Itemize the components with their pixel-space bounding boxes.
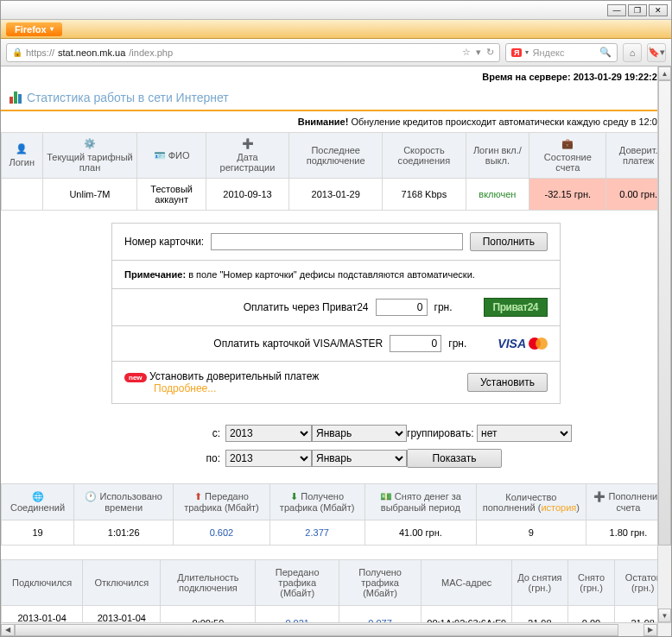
cell-reg-date: 2010-09-13 — [206, 179, 288, 211]
star-icon[interactable]: ☆ — [462, 47, 471, 58]
bookmarks-button[interactable]: 🔖▾ — [647, 43, 666, 62]
privat-amount-input[interactable] — [376, 299, 428, 316]
trust-payment-label: Установить доверительный платеж — [149, 370, 319, 382]
new-badge: new — [124, 373, 147, 382]
arrow-up-icon: ⬆ — [194, 491, 202, 501]
arrow-down-icon: ⬇ — [290, 491, 298, 501]
maximize-button[interactable]: ❐ — [628, 4, 647, 16]
card-note: Примечание: в поле "Номер карточки" дефи… — [112, 261, 560, 289]
scroll-thumb[interactable] — [15, 624, 618, 636]
reload-icon[interactable]: ↻ — [486, 47, 494, 58]
currency-label: грн. — [434, 301, 453, 313]
home-button[interactable]: ⌂ — [623, 43, 642, 62]
cell-fio: Тестовый аккаунт — [137, 179, 206, 211]
topup-button[interactable]: Пополнить — [470, 232, 548, 251]
globe-icon: 🌐 — [32, 491, 44, 501]
scroll-corner — [657, 622, 671, 636]
scroll-down-arrow[interactable]: ▼ — [658, 609, 671, 622]
page-title: Статистика работы в сети Интернет — [1, 87, 671, 111]
from-month-select[interactable]: Январь — [312, 425, 407, 442]
server-time-label: Время на сервере: — [482, 72, 570, 82]
privat-label: Оплатить через Приват24 — [244, 301, 369, 313]
from-label: с: — [1, 427, 225, 439]
vertical-scrollbar[interactable]: ▲ ▼ — [657, 66, 671, 622]
visa-amount-input[interactable] — [390, 335, 441, 352]
scroll-thumb[interactable] — [658, 80, 671, 546]
dropdown-icon[interactable]: ▾ — [476, 47, 481, 58]
horizontal-scrollbar[interactable]: ◀ ▶ — [1, 622, 657, 636]
clock-icon: 🕐 — [85, 491, 97, 501]
trust-more-link[interactable]: Подробнее... — [154, 382, 216, 394]
card-icon: 🪪 — [154, 150, 166, 161]
account-table: 👤Логин ⚙️Текущий тарифный план 🪪ФИО ➕Дат… — [1, 132, 671, 211]
url-scheme: https:// — [26, 47, 54, 58]
close-button[interactable]: ✕ — [649, 4, 668, 16]
firefox-menu-button[interactable]: Firefox — [6, 22, 62, 36]
period-filter: с: 2013 Январь группировать: нет по: 201… — [1, 416, 671, 483]
group-label: группировать: — [407, 427, 474, 439]
summary-row: 19 1:01:26 0.602 2.377 41.00 грн. 9 1.80… — [2, 520, 671, 546]
to-label: по: — [1, 452, 225, 464]
from-year-select[interactable]: 2013 — [225, 425, 312, 442]
mastercard-icon — [529, 337, 548, 350]
lock-icon: 🔒 — [12, 47, 22, 57]
currency-label: грн. — [448, 337, 466, 350]
plus-icon: ➕ — [242, 138, 254, 149]
search-placeholder: Яндекс — [532, 47, 564, 58]
visa-mastercard-button[interactable]: VISA — [498, 337, 548, 350]
gear-icon: ⚙️ — [84, 138, 96, 149]
money-icon: 💵 — [380, 491, 392, 501]
to-year-select[interactable]: 2013 — [225, 450, 312, 467]
yandex-icon: Я — [511, 48, 522, 57]
server-time-value: 2013-01-29 19:22:24 — [574, 72, 662, 82]
privat24-button[interactable]: Приват24 — [484, 298, 548, 317]
to-month-select[interactable]: Январь — [312, 450, 407, 467]
cell-login-state: включен — [466, 179, 529, 211]
payment-panel: Номер карточки: Пополнить Примечание: в … — [111, 223, 561, 404]
minimize-button[interactable]: — — [607, 4, 626, 16]
user-icon: 👤 — [16, 143, 28, 155]
card-number-input[interactable] — [211, 233, 463, 250]
cell-speed: 7168 Kbps — [383, 179, 466, 211]
card-number-label: Номер карточки: — [124, 236, 204, 248]
history-link[interactable]: история — [541, 502, 576, 513]
cell-login — [2, 179, 43, 211]
url-host: stat.neon.mk.ua — [58, 47, 125, 58]
account-row: Unlim-7M Тестовый аккаунт 2010-09-13 201… — [2, 179, 671, 211]
stats-icon — [10, 91, 22, 104]
summary-table: 🌐 Соединений 🕐 Использовано времени ⬆ Пе… — [1, 483, 671, 546]
url-path: /index.php — [129, 47, 173, 58]
scroll-right-arrow[interactable]: ▶ — [643, 624, 657, 636]
cell-balance: -32.15 грн. — [529, 179, 606, 211]
show-button[interactable]: Показать — [407, 449, 502, 468]
cell-plan: Unlim-7M — [42, 179, 137, 211]
scroll-left-arrow[interactable]: ◀ — [1, 624, 15, 636]
plus-icon: ➕ — [593, 491, 605, 501]
search-bar[interactable]: Я ▾ Яндекс 🔍 — [505, 43, 618, 62]
visa-label: Оплатить карточкой VISA/MASTER — [213, 337, 383, 350]
group-select[interactable]: нет — [477, 425, 572, 442]
cell-last-conn: 2013-01-29 — [289, 179, 383, 211]
wallet-icon: 💼 — [561, 138, 574, 149]
warning-banner: Внимание! Обнуление кредитов происходит … — [1, 111, 671, 132]
scroll-up-arrow[interactable]: ▲ — [658, 66, 671, 80]
address-bar[interactable]: 🔒 https://stat.neon.mk.ua/index.php ☆ ▾ … — [6, 43, 500, 62]
search-go-icon[interactable]: 🔍 — [599, 47, 612, 58]
trust-set-button[interactable]: Установить — [467, 373, 548, 392]
